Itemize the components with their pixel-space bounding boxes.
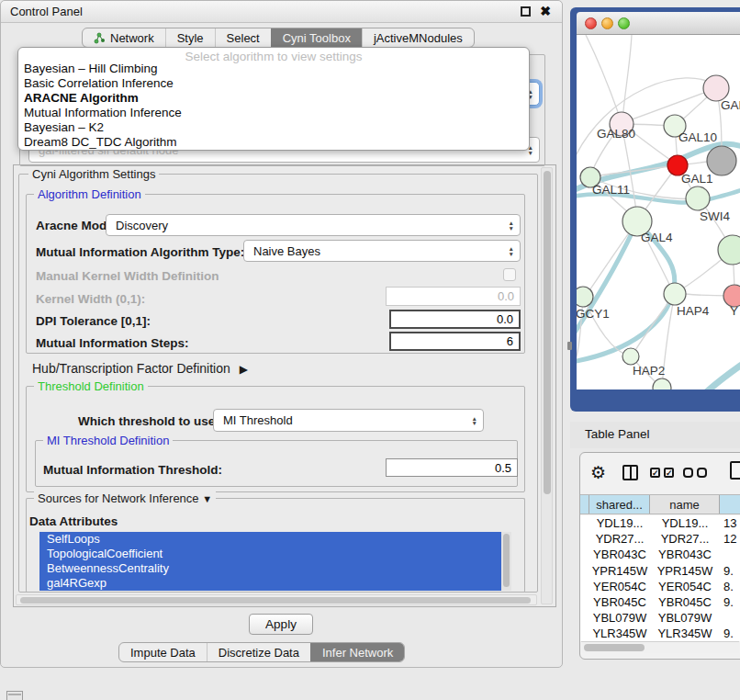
- algorithm-option[interactable]: Bayesian – K2: [18, 120, 529, 135]
- node-gcy1[interactable]: [577, 287, 593, 307]
- table-header-corner[interactable]: [580, 495, 589, 514]
- settings-horizontal-scrollbar[interactable]: [16, 594, 537, 605]
- cyni-settings-panel: Cyni Algorithm Settings Algorithm Defini…: [13, 164, 556, 607]
- table-row[interactable]: YDL19... YDL19... 13: [580, 515, 740, 531]
- cell-shared-name: YDR27...: [589, 531, 650, 547]
- desktop: { "control_panel": { "title": "Control P…: [0, 0, 740, 700]
- network-icon: [94, 32, 106, 44]
- dpi-tolerance-value: 0.0: [497, 312, 513, 326]
- algorithm-placeholder: Select algorithm to view settings: [18, 48, 529, 62]
- table-horizontal-scrollbar[interactable]: [581, 641, 739, 653]
- aracne-mode-value: Discovery: [116, 219, 168, 232]
- tab-jactivemnodules-label: jActiveMNodules: [374, 31, 463, 45]
- table-row[interactable]: YPR145W YPR145W 9.: [580, 563, 740, 579]
- node-green-bottom[interactable]: [653, 378, 671, 390]
- close-traffic-light-icon[interactable]: [585, 17, 597, 29]
- algorithm-option[interactable]: Mutual Information Inference: [18, 106, 529, 120]
- table-row[interactable]: YDR27... YDR27... 12: [580, 531, 740, 547]
- attribute-item[interactable]: SelfLoops: [39, 532, 511, 547]
- unchecked-checkbox-icon[interactable]: [683, 468, 693, 478]
- document-icon[interactable]: [730, 461, 740, 480]
- attributes-scrollbar[interactable]: [501, 532, 511, 591]
- table-row[interactable]: YLR345W YLR345W 9.: [580, 626, 740, 641]
- cell-shared-name: YBR043C: [589, 547, 650, 562]
- hub-definition-toggle[interactable]: Hub/Transcription Factor Definition▶: [32, 361, 248, 376]
- table-row[interactable]: YBL079W YBL079W: [580, 610, 740, 626]
- cell-shared-name: YLR345W: [589, 626, 650, 641]
- tab-impute-data[interactable]: Impute Data: [119, 643, 207, 661]
- table-row[interactable]: YBR043C YBR043C: [580, 547, 740, 562]
- manual-kernel-checkbox[interactable]: [503, 268, 516, 281]
- tab-jactivemnodules[interactable]: jActiveMNodules: [362, 28, 474, 47]
- table-panel-header: Table Panel: [570, 422, 740, 448]
- table-row[interactable]: YER054C YER054C 8.: [580, 579, 740, 594]
- tab-select[interactable]: Select: [215, 28, 271, 47]
- unchecked-checkbox-icon[interactable]: [697, 468, 707, 478]
- zoom-traffic-light-icon[interactable]: [618, 17, 630, 29]
- tab-discretize-data[interactable]: Discretize Data: [207, 643, 310, 661]
- panel-splitter-handle[interactable]: [567, 342, 572, 350]
- network-window-titlebar: [577, 12, 740, 35]
- algorithm-option[interactable]: Dream8 DC_TDC Algorithm: [18, 135, 529, 150]
- float-window-icon[interactable]: [521, 6, 531, 17]
- attribute-item[interactable]: TopologicalCoefficient: [39, 547, 511, 561]
- mi-threshold-value: 0.5: [495, 461, 511, 475]
- checked-checkbox-icon[interactable]: ✓: [664, 468, 674, 478]
- kernel-width-field[interactable]: 0.0: [386, 287, 521, 306]
- table-header-name[interactable]: name: [650, 495, 720, 514]
- attribute-item[interactable]: gal4RGexp: [39, 576, 511, 591]
- tab-network[interactable]: Network: [83, 28, 165, 47]
- collapse-arrow-icon[interactable]: ▼: [202, 493, 212, 504]
- network-teal-edges: [577, 144, 740, 390]
- node-hap2[interactable]: [622, 348, 639, 365]
- table-header-row: shared... name: [580, 494, 740, 514]
- stepper-arrows-icon: ▲▼: [472, 415, 477, 425]
- mi-steps-label: Mutual Information Steps:: [36, 336, 189, 350]
- algorithm-option[interactable]: Bayesian – Hill Climbing: [18, 62, 529, 76]
- node-gal-top[interactable]: [703, 75, 729, 101]
- cell-name: YBR043C: [650, 547, 720, 562]
- tab-cyni-toolbox-label: Cyni Toolbox: [283, 31, 351, 45]
- which-threshold-label: Which threshold to use:: [78, 414, 219, 428]
- table-row[interactable]: YBR045C YBR045C 9.: [580, 594, 740, 610]
- tab-discretize-data-label: Discretize Data: [219, 646, 299, 660]
- apply-button[interactable]: Apply: [249, 614, 313, 635]
- dpi-tolerance-field[interactable]: 0.0: [389, 310, 521, 329]
- cell-shared-name: YER054C: [589, 579, 650, 594]
- table-panel-title: Table Panel: [585, 427, 650, 441]
- mi-steps-field[interactable]: 6: [389, 332, 521, 351]
- table-header-shared-name[interactable]: shared...: [589, 495, 650, 514]
- which-threshold-select[interactable]: MI Threshold ▲▼: [213, 409, 484, 432]
- aracne-mode-select[interactable]: Discovery ▲▼: [106, 214, 521, 236]
- checked-checkbox-icon[interactable]: ✓: [650, 468, 660, 478]
- settings-vertical-scrollbar[interactable]: [541, 167, 553, 604]
- algorithm-option-aracne[interactable]: ARACNE Algorithm: [18, 91, 529, 106]
- table-header-next[interactable]: [720, 495, 740, 514]
- node-label-swi4: SWI4: [700, 209, 730, 223]
- cell-shared-name: YDL19...: [589, 515, 650, 531]
- node-label-hap4: HAP4: [677, 304, 710, 318]
- gear-icon[interactable]: ⚙: [590, 462, 606, 482]
- tab-style[interactable]: Style: [165, 28, 215, 47]
- mi-type-select[interactable]: Naive Bayes ▲▼: [243, 240, 521, 262]
- tab-infer-network[interactable]: Infer Network: [310, 643, 404, 661]
- algorithm-option[interactable]: Basic Correlation Inference: [18, 76, 529, 91]
- tab-select-label: Select: [227, 31, 260, 45]
- control-panel-titlebar: Control Panel ✖: [1, 1, 562, 23]
- node-swi4[interactable]: [686, 186, 710, 210]
- node-hap4[interactable]: [664, 283, 686, 305]
- attribute-item[interactable]: BetweennessCentrality: [39, 561, 511, 576]
- network-canvas[interactable]: GALGAL80GAL10GAL1GAL11SWI4GAL4GCY1HAP4YH…: [577, 35, 740, 390]
- minimize-traffic-light-icon[interactable]: [601, 17, 613, 29]
- mi-type-label: Mutual Information Algorithm Type:: [36, 245, 244, 259]
- network-view-window[interactable]: GALGAL80GAL10GAL1GAL11SWI4GAL4GCY1HAP4YH…: [570, 7, 740, 412]
- cell-name: YBL079W: [650, 610, 720, 626]
- stepper-arrows-icon: ▲▼: [509, 246, 514, 256]
- node-label-gal1: GAL1: [681, 172, 713, 186]
- columns-icon[interactable]: [622, 465, 638, 480]
- close-icon[interactable]: ✖: [540, 4, 551, 18]
- docked-panel-icon[interactable]: [6, 691, 23, 700]
- mi-threshold-field[interactable]: 0.5: [386, 458, 518, 477]
- algorithm-dropdown-popup: Select algorithm to view settings Bayesi…: [17, 47, 530, 151]
- tab-cyni-toolbox[interactable]: Cyni Toolbox: [271, 28, 362, 47]
